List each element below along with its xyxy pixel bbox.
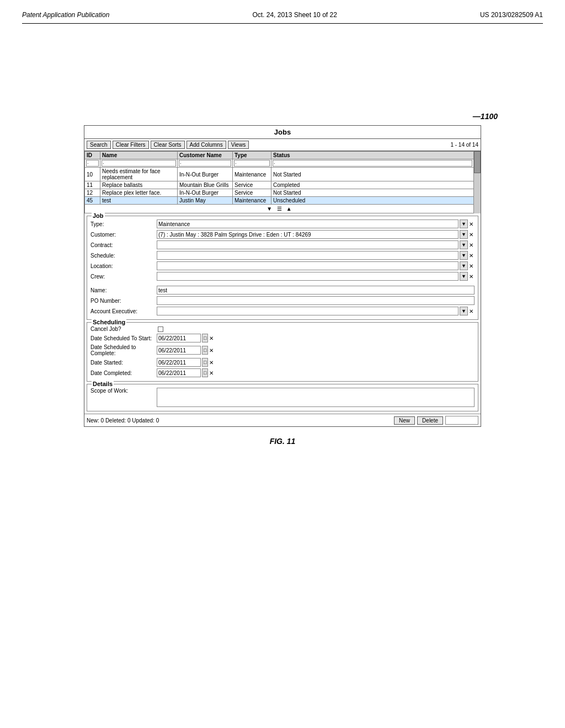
cancel-job-row: Cancel Job? bbox=[90, 326, 475, 332]
footer-input[interactable] bbox=[445, 416, 478, 425]
scheduling-section: Scheduling Cancel Job? Date Scheduled To… bbox=[87, 322, 478, 382]
type-row: Type: ▼ ✕ bbox=[90, 220, 475, 228]
acct-exec-dropdown-btn[interactable]: ▼ bbox=[460, 307, 468, 315]
filter-status[interactable] bbox=[273, 160, 472, 167]
customer-clear-btn[interactable]: ✕ bbox=[468, 232, 475, 238]
cancel-job-checkbox[interactable] bbox=[158, 326, 163, 332]
date-complete-label: Date Scheduled to Complete: bbox=[90, 344, 157, 356]
location-row: Location: ▼ ✕ bbox=[90, 261, 475, 270]
crew-label: Crew: bbox=[90, 274, 157, 280]
clear-filters-button[interactable]: Clear Filters bbox=[113, 141, 149, 149]
table-row[interactable]: 11 Replace ballasts Mountain Blue Grills… bbox=[85, 181, 474, 189]
date-started-cal-btn[interactable]: □ bbox=[202, 358, 208, 367]
date-completed-cal-btn[interactable]: □ bbox=[202, 368, 208, 377]
customer-input[interactable] bbox=[157, 230, 459, 239]
location-input[interactable] bbox=[157, 261, 459, 270]
views-button[interactable]: Views bbox=[228, 141, 249, 149]
new-button[interactable]: New bbox=[394, 416, 415, 425]
schedule-label: Schedule: bbox=[90, 253, 157, 259]
filter-name[interactable] bbox=[102, 160, 176, 167]
location-label: Location: bbox=[90, 263, 157, 269]
date-started-input[interactable] bbox=[157, 358, 201, 367]
type-input[interactable] bbox=[157, 220, 459, 228]
add-columns-button[interactable]: Add Columns bbox=[186, 141, 226, 149]
scope-row: Scope of Work: bbox=[90, 388, 475, 407]
patent-center-header: Oct. 24, 2013 Sheet 10 of 22 bbox=[252, 11, 337, 19]
filter-customer[interactable] bbox=[179, 160, 231, 167]
contract-clear-btn[interactable]: ✕ bbox=[468, 242, 475, 248]
date-start-clear-btn[interactable]: ✕ bbox=[208, 335, 215, 341]
col-header-customer-name[interactable]: Customer Name bbox=[178, 152, 233, 159]
contract-label: Contract: bbox=[90, 242, 157, 248]
jobs-window: Jobs Search Clear Filters Clear Sorts Ad… bbox=[84, 125, 481, 427]
type-clear-btn[interactable]: ✕ bbox=[468, 221, 475, 227]
col-header-name[interactable]: Name bbox=[100, 152, 178, 159]
search-button[interactable]: Search bbox=[87, 141, 111, 149]
date-start-row: Date Scheduled To Start: □ ✕ bbox=[90, 334, 475, 342]
filter-row bbox=[85, 159, 474, 168]
date-completed-clear-btn[interactable]: ✕ bbox=[208, 370, 215, 376]
table-header-row: ID Name Customer Name Type Status bbox=[85, 152, 474, 159]
date-complete-row: Date Scheduled to Complete: □ ✕ bbox=[90, 344, 475, 356]
sort-list-icon[interactable]: ☰ bbox=[277, 206, 282, 212]
name-label: Name: bbox=[90, 287, 157, 293]
schedule-dropdown-btn[interactable]: ▼ bbox=[460, 251, 468, 260]
window-title: Jobs bbox=[84, 126, 481, 139]
patent-right-header: US 2013/0282509 A1 bbox=[480, 11, 543, 19]
customer-dropdown-btn[interactable]: ▼ bbox=[460, 230, 468, 239]
table-row[interactable]: 12 Replace plex letter face. In-N-Out Bu… bbox=[85, 189, 474, 197]
schedule-clear-btn[interactable]: ✕ bbox=[468, 253, 475, 259]
record-count: 1 - 14 of 14 bbox=[450, 142, 478, 148]
customer-row: Customer: ▼ ✕ bbox=[90, 230, 475, 239]
scope-textarea[interactable] bbox=[157, 388, 475, 407]
type-dropdown-btn[interactable]: ▼ bbox=[460, 220, 468, 228]
acct-exec-input[interactable] bbox=[157, 307, 459, 315]
location-dropdown-btn[interactable]: ▼ bbox=[460, 261, 468, 270]
contract-dropdown-btn[interactable]: ▼ bbox=[460, 240, 468, 249]
scrollbar-thumb[interactable] bbox=[474, 151, 481, 173]
crew-dropdown-btn[interactable]: ▼ bbox=[460, 272, 468, 281]
acct-exec-label: Account Executive: bbox=[90, 308, 157, 314]
contract-input[interactable] bbox=[157, 240, 459, 249]
location-clear-btn[interactable]: ✕ bbox=[468, 263, 475, 269]
col-header-status[interactable]: Status bbox=[271, 152, 474, 159]
figure-number: —1100 bbox=[473, 112, 498, 121]
sort-up-icon[interactable]: ▲ bbox=[286, 206, 292, 212]
toolbar: Search Clear Filters Clear Sorts Add Col… bbox=[84, 139, 481, 151]
crew-clear-btn[interactable]: ✕ bbox=[468, 274, 475, 280]
col-header-id[interactable]: ID bbox=[85, 152, 100, 159]
schedule-input[interactable] bbox=[157, 251, 459, 260]
col-header-type[interactable]: Type bbox=[233, 152, 271, 159]
date-started-label: Date Started: bbox=[90, 360, 157, 366]
date-complete-input[interactable] bbox=[157, 346, 201, 355]
patent-left-header: Patent Application Publication bbox=[22, 11, 109, 19]
crew-row: Crew: ▼ ✕ bbox=[90, 272, 475, 281]
sort-row: ▼ ☰ ▲ bbox=[85, 205, 474, 213]
name-input[interactable] bbox=[157, 286, 475, 295]
date-started-clear-btn[interactable]: ✕ bbox=[208, 360, 215, 366]
details-section: Details Scope of Work: bbox=[87, 384, 478, 411]
fig-caption: FIG. 11 bbox=[270, 437, 296, 446]
schedule-row: Schedule: ▼ ✕ bbox=[90, 251, 475, 260]
clear-sorts-button[interactable]: Clear Sorts bbox=[151, 141, 185, 149]
table-row[interactable]: 10 Needs estimate for face replacement I… bbox=[85, 168, 474, 181]
jobs-table-wrapper: ID Name Customer Name Type Status bbox=[84, 151, 481, 213]
date-complete-clear-btn[interactable]: ✕ bbox=[208, 347, 215, 354]
table-row[interactable]: 45 test Justin May Maintenance Unschedul… bbox=[85, 197, 474, 205]
sort-down-icon[interactable]: ▼ bbox=[266, 206, 272, 212]
jobs-table: ID Name Customer Name Type Status bbox=[84, 151, 474, 213]
scope-label: Scope of Work: bbox=[90, 388, 157, 394]
date-completed-input[interactable] bbox=[157, 368, 201, 377]
date-complete-cal-btn[interactable]: □ bbox=[202, 346, 208, 355]
name-row: Name: bbox=[90, 286, 475, 295]
filter-type[interactable] bbox=[234, 160, 270, 167]
acct-exec-clear-btn[interactable]: ✕ bbox=[468, 308, 475, 314]
delete-button[interactable]: Delete bbox=[417, 416, 443, 425]
cancel-job-label: Cancel Job? bbox=[90, 326, 157, 332]
date-start-cal-btn[interactable]: □ bbox=[202, 334, 208, 342]
type-label: Type: bbox=[90, 221, 157, 227]
date-start-input[interactable] bbox=[157, 334, 201, 342]
crew-input[interactable] bbox=[157, 272, 459, 281]
po-input[interactable] bbox=[157, 296, 475, 305]
filter-id[interactable] bbox=[86, 160, 99, 167]
